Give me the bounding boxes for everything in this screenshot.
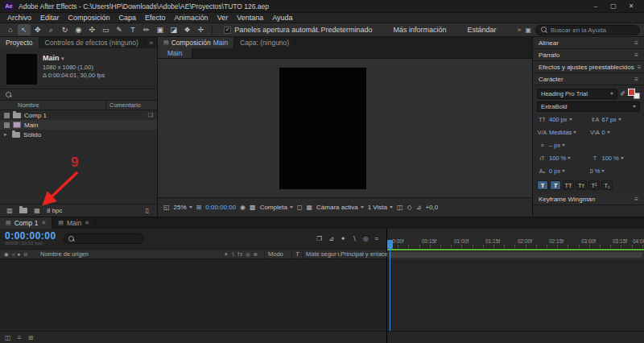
tracking-value[interactable]: 0 — [602, 129, 610, 136]
kerning-control[interactable]: V/A Medidas — [537, 129, 588, 136]
motion-blur-icon[interactable]: ◎ — [363, 235, 369, 242]
horizontal-scale-control[interactable]: T 100 % — [590, 155, 641, 162]
region-of-interest-icon[interactable]: ◻ — [297, 204, 303, 211]
workspace-mas-informacion[interactable]: Más información — [393, 26, 446, 34]
viewer-subtab-main[interactable]: Main — [158, 48, 192, 58]
column-mode[interactable]: Modo — [264, 250, 291, 258]
new-folder-icon[interactable] — [19, 208, 27, 213]
column-preserve-transparency[interactable]: T — [291, 250, 303, 258]
text-color-swatch[interactable] — [628, 89, 640, 99]
tab-proyecto[interactable]: Proyecto — [0, 37, 39, 48]
project-search-input[interactable] — [15, 91, 151, 98]
snapshot-icon[interactable]: ◉ — [240, 204, 246, 211]
eyedropper-icon[interactable]: ✐ — [620, 90, 625, 97]
auto-open-panels-checkbox[interactable]: ✓ — [224, 27, 231, 34]
stock-icon[interactable]: ▣ — [526, 27, 532, 34]
tsume-value[interactable]: – px — [549, 142, 565, 149]
view-layout-icon[interactable]: ◫ — [397, 204, 403, 211]
zoom-tool-icon[interactable]: ⌕ — [45, 24, 58, 35]
exposure-value[interactable]: +0,0 — [425, 204, 438, 211]
view-count-select[interactable]: 1 Vista — [368, 204, 393, 211]
tab-capa[interactable]: Capa: (ninguno) — [234, 37, 295, 48]
leading-value[interactable]: 67 px — [602, 116, 621, 123]
interpret-footage-icon[interactable]: ▥ — [5, 206, 14, 215]
resolution-select[interactable]: Completa — [260, 204, 293, 211]
camera-select[interactable]: Cámara activa — [316, 204, 364, 211]
graph-editor-icon[interactable]: ≈ — [375, 235, 378, 242]
column-comentario[interactable]: Comentario — [105, 101, 157, 110]
faux-italic-button[interactable]: T — [550, 180, 561, 190]
label-color-chip[interactable] — [4, 122, 10, 128]
snap-view-icon[interactable]: ◱ — [163, 204, 170, 211]
timeline-tab-comp1[interactable]: ▤ Comp 1 ✕ — [0, 217, 52, 229]
workspace-overflow-icon[interactable]: » — [517, 26, 521, 34]
timeline-search-box[interactable] — [64, 233, 144, 244]
frame-blending-icon[interactable]: ∖ — [353, 235, 357, 242]
type-tool-icon[interactable]: T — [126, 24, 139, 35]
tab-controles-de-efectos[interactable]: Controles de efectos (ninguno) — [39, 37, 145, 48]
panel-menu-icon[interactable]: ≡ — [631, 76, 638, 83]
panel-efectos-ajustes[interactable]: Efectos y ajustes preestablecidos ≡ — [533, 61, 644, 73]
column-source-name[interactable]: Nombre de origen — [34, 250, 224, 258]
magnification-select[interactable]: 25% — [174, 204, 192, 211]
panel-menu-icon[interactable]: ≡ — [631, 196, 638, 203]
hand-tool-icon[interactable]: ✥ — [31, 24, 44, 35]
menu-animacion[interactable]: Animación — [175, 14, 208, 22]
pixel-aspect-icon[interactable]: ◇ — [407, 204, 412, 211]
timeline-tab-main[interactable]: ▤ Main ✕ — [52, 217, 96, 229]
tracking-control[interactable]: V\A 0 — [590, 129, 641, 136]
playhead[interactable] — [387, 240, 393, 249]
help-search-box[interactable] — [535, 25, 640, 35]
panel-menu-icon[interactable]: ≡ — [631, 39, 638, 47]
clone-stamp-tool-icon[interactable]: ▣ — [154, 24, 167, 35]
font-size-value[interactable]: 400 px — [549, 116, 572, 123]
workspace-predeterminado[interactable]: Predeterminado — [320, 26, 372, 34]
close-tab-icon[interactable]: ✕ — [41, 220, 46, 226]
menu-composicion[interactable]: Composición — [68, 14, 110, 22]
trash-icon[interactable]: ▯ — [142, 206, 152, 215]
panel-alinear[interactable]: Alinear ≡ — [533, 37, 644, 49]
column-parent-link[interactable]: Principal y enlace — [336, 250, 386, 258]
close-tab-icon[interactable]: ✕ — [85, 220, 89, 226]
grid-guides-icon[interactable]: ⊞ — [196, 204, 202, 211]
disclosure-icon[interactable]: ▸ — [4, 131, 9, 138]
project-row-solido[interactable]: ▸ Sólido — [0, 130, 157, 139]
font-size-control[interactable]: TT 400 px — [537, 116, 588, 123]
minimize-button[interactable]: – — [587, 0, 605, 12]
pen-tool-icon[interactable]: ✎ — [113, 24, 126, 35]
all-caps-button[interactable]: TT — [563, 180, 574, 190]
chevron-down-icon[interactable]: ▾ — [61, 56, 64, 61]
composition-canvas[interactable] — [279, 68, 366, 189]
roto-brush-tool-icon[interactable]: ❖ — [181, 24, 194, 35]
close-button[interactable]: ✕ — [622, 0, 640, 12]
superscript-button[interactable]: T¹ — [588, 180, 600, 190]
project-search-box[interactable] — [0, 89, 157, 101]
font-family-select[interactable]: Heading Pro Trial — [537, 89, 617, 99]
puppet-tool-icon[interactable]: ✛ — [194, 24, 207, 35]
menu-ver[interactable]: Ver — [217, 14, 229, 22]
label-color-chip[interactable] — [4, 113, 10, 118]
selection-tool-icon[interactable]: ↖ — [18, 24, 31, 35]
eraser-tool-icon[interactable]: ◪ — [167, 24, 180, 35]
menu-archivo[interactable]: Archivo — [7, 14, 31, 22]
transparency-grid-icon[interactable]: ▦ — [307, 204, 313, 211]
menu-capa[interactable]: Capa — [119, 14, 137, 22]
current-time-display[interactable]: 0:00:00:00 00000 (30,00 fps) — [5, 231, 56, 246]
menu-editar[interactable]: Editar — [40, 14, 60, 22]
horizontal-scale-value[interactable]: 100 % — [602, 155, 624, 162]
tab-composicion-main[interactable]: ▤ Composición Main — [158, 37, 234, 48]
timeline-search-input[interactable] — [77, 235, 139, 242]
shape-tool-icon[interactable]: ▭ — [99, 24, 112, 35]
work-area-bar[interactable] — [389, 252, 642, 258]
vertical-scale-value[interactable]: 100 % — [549, 155, 571, 162]
project-row-main[interactable]: Main — [0, 120, 157, 130]
panel-menu-icon[interactable]: ≡ — [631, 52, 638, 59]
vertical-scale-control[interactable]: ıT 100 % — [537, 155, 588, 162]
timecode[interactable]: 0:00:00:00 — [5, 231, 56, 241]
brush-tool-icon[interactable]: ✏ — [140, 24, 153, 35]
tsume-percent-control[interactable]: 0 % — [590, 167, 641, 175]
font-style-select[interactable]: ExtraBold — [537, 101, 640, 112]
camera-tool-icon[interactable]: ◉ — [72, 24, 85, 35]
fast-previews-icon[interactable]: ⊿ — [416, 204, 422, 211]
menu-efecto[interactable]: Efecto — [145, 14, 166, 22]
